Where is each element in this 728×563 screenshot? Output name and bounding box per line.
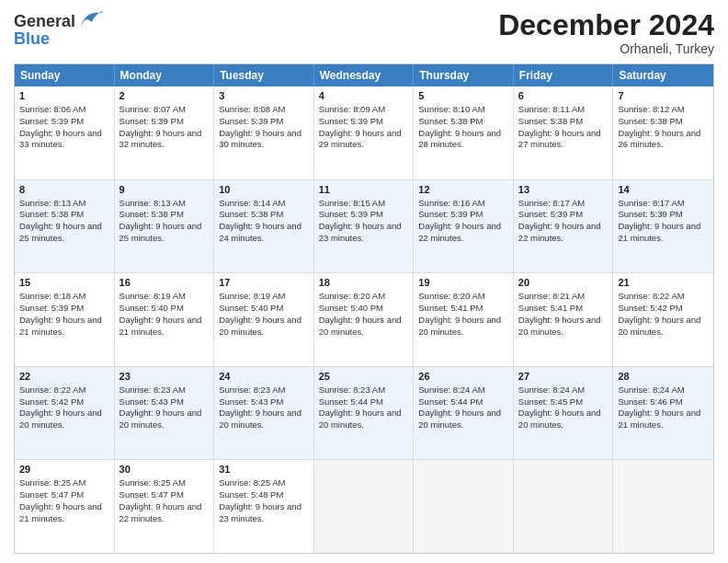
empty-cell xyxy=(314,460,415,553)
sunset-label: Sunset: 5:39 PM xyxy=(119,116,184,126)
day-number: 27 xyxy=(518,370,609,384)
sunrise-label: Sunrise: 8:09 AM xyxy=(319,104,385,114)
day-number: 20 xyxy=(518,276,609,290)
sunset-label: Sunset: 5:41 PM xyxy=(518,303,583,313)
day-number: 12 xyxy=(418,183,508,197)
sunrise-label: Sunrise: 8:07 AM xyxy=(119,104,186,114)
daylight-label: Daylight: 9 hours and 21 minutes. xyxy=(19,501,102,523)
logo-bird-icon xyxy=(77,9,103,29)
sunrise-label: Sunrise: 8:22 AM xyxy=(618,291,684,301)
daylight-label: Daylight: 9 hours and 20 minutes. xyxy=(418,408,501,430)
daylight-label: Daylight: 9 hours and 20 minutes. xyxy=(219,315,301,337)
daylight-label: Daylight: 9 hours and 25 minutes. xyxy=(19,221,102,243)
week-row-3: 15Sunrise: 8:18 AMSunset: 5:39 PMDayligh… xyxy=(15,272,713,366)
sunset-label: Sunset: 5:39 PM xyxy=(219,116,283,126)
day-number: 1 xyxy=(19,89,109,103)
daylight-label: Daylight: 9 hours and 25 minutes. xyxy=(119,221,202,243)
sunrise-label: Sunrise: 8:19 AM xyxy=(119,291,186,301)
sunrise-label: Sunrise: 8:25 AM xyxy=(119,477,186,488)
day-cell-1: 1Sunrise: 8:06 AMSunset: 5:39 PMDaylight… xyxy=(15,86,115,179)
sunset-label: Sunset: 5:40 PM xyxy=(319,303,383,313)
daylight-label: Daylight: 9 hours and 24 minutes. xyxy=(219,221,301,243)
sunset-label: Sunset: 5:39 PM xyxy=(19,303,84,313)
sunrise-label: Sunrise: 8:24 AM xyxy=(518,385,585,395)
sunrise-label: Sunrise: 8:23 AM xyxy=(319,385,385,395)
day-cell-28: 28Sunrise: 8:24 AMSunset: 5:46 PMDayligh… xyxy=(613,367,713,460)
sunset-label: Sunset: 5:39 PM xyxy=(19,116,84,126)
day-cell-24: 24Sunrise: 8:23 AMSunset: 5:43 PMDayligh… xyxy=(214,367,314,460)
sunset-label: Sunset: 5:44 PM xyxy=(319,396,383,407)
sunrise-label: Sunrise: 8:23 AM xyxy=(219,385,285,395)
day-number: 6 xyxy=(518,89,609,103)
sunrise-label: Sunrise: 8:21 AM xyxy=(518,291,585,301)
sunset-label: Sunset: 5:38 PM xyxy=(518,116,583,126)
sunrise-label: Sunrise: 8:13 AM xyxy=(19,198,85,208)
title-block: December 2024 Orhaneli, Turkey xyxy=(498,9,714,56)
daylight-label: Daylight: 9 hours and 32 minutes. xyxy=(119,128,202,150)
day-number: 28 xyxy=(618,370,709,384)
sunset-label: Sunset: 5:42 PM xyxy=(618,303,682,313)
sunrise-label: Sunrise: 8:14 AM xyxy=(219,198,285,208)
sunset-label: Sunset: 5:44 PM xyxy=(418,396,483,407)
sunrise-label: Sunrise: 8:10 AM xyxy=(418,104,484,114)
week-row-1: 1Sunrise: 8:06 AMSunset: 5:39 PMDaylight… xyxy=(15,86,713,179)
day-cell-8: 8Sunrise: 8:13 AMSunset: 5:38 PMDaylight… xyxy=(15,180,115,273)
daylight-label: Daylight: 9 hours and 30 minutes. xyxy=(219,128,301,150)
daylight-label: Daylight: 9 hours and 29 minutes. xyxy=(319,128,402,150)
sunset-label: Sunset: 5:42 PM xyxy=(19,396,84,407)
day-cell-23: 23Sunrise: 8:23 AMSunset: 5:43 PMDayligh… xyxy=(115,367,215,460)
day-cell-16: 16Sunrise: 8:19 AMSunset: 5:40 PMDayligh… xyxy=(115,273,215,366)
day-header-monday: Monday xyxy=(115,64,215,86)
empty-cell xyxy=(514,460,614,553)
sunrise-label: Sunrise: 8:08 AM xyxy=(219,104,285,114)
daylight-label: Daylight: 9 hours and 27 minutes. xyxy=(518,128,601,150)
day-number: 11 xyxy=(319,183,409,197)
empty-cell xyxy=(613,460,713,553)
page: General Blue December 2024 Orhaneli, Tur… xyxy=(0,0,728,563)
day-cell-27: 27Sunrise: 8:24 AMSunset: 5:45 PMDayligh… xyxy=(514,367,614,460)
day-cell-3: 3Sunrise: 8:08 AMSunset: 5:39 PMDaylight… xyxy=(214,86,314,179)
sunrise-label: Sunrise: 8:23 AM xyxy=(119,385,186,395)
day-number: 7 xyxy=(618,89,709,103)
location: Orhaneli, Turkey xyxy=(498,41,714,56)
day-number: 24 xyxy=(219,370,309,384)
day-cell-13: 13Sunrise: 8:17 AMSunset: 5:39 PMDayligh… xyxy=(514,180,614,273)
sunrise-label: Sunrise: 8:24 AM xyxy=(418,385,484,395)
week-row-4: 22Sunrise: 8:22 AMSunset: 5:42 PMDayligh… xyxy=(15,366,713,460)
day-number: 17 xyxy=(219,276,309,290)
day-cell-11: 11Sunrise: 8:15 AMSunset: 5:39 PMDayligh… xyxy=(314,180,415,273)
sunrise-label: Sunrise: 8:20 AM xyxy=(418,291,484,301)
header: General Blue December 2024 Orhaneli, Tur… xyxy=(14,9,714,56)
day-number: 4 xyxy=(319,89,409,103)
daylight-label: Daylight: 9 hours and 28 minutes. xyxy=(418,128,501,150)
calendar-header: SundayMondayTuesdayWednesdayThursdayFrid… xyxy=(15,64,713,86)
day-cell-4: 4Sunrise: 8:09 AMSunset: 5:39 PMDaylight… xyxy=(314,86,415,179)
daylight-label: Daylight: 9 hours and 20 minutes. xyxy=(518,315,601,337)
day-cell-15: 15Sunrise: 8:18 AMSunset: 5:39 PMDayligh… xyxy=(15,273,115,366)
sunrise-label: Sunrise: 8:17 AM xyxy=(518,198,585,208)
day-number: 8 xyxy=(19,183,109,197)
sunrise-label: Sunrise: 8:22 AM xyxy=(19,385,85,395)
day-cell-12: 12Sunrise: 8:16 AMSunset: 5:39 PMDayligh… xyxy=(414,180,514,273)
day-cell-19: 19Sunrise: 8:20 AMSunset: 5:41 PMDayligh… xyxy=(414,273,514,366)
calendar-body: 1Sunrise: 8:06 AMSunset: 5:39 PMDaylight… xyxy=(15,86,713,553)
sunset-label: Sunset: 5:43 PM xyxy=(119,396,184,407)
sunrise-label: Sunrise: 8:19 AM xyxy=(219,291,285,301)
day-cell-2: 2Sunrise: 8:07 AMSunset: 5:39 PMDaylight… xyxy=(115,86,215,179)
sunrise-label: Sunrise: 8:11 AM xyxy=(518,104,585,114)
day-cell-5: 5Sunrise: 8:10 AMSunset: 5:38 PMDaylight… xyxy=(414,86,514,179)
day-header-thursday: Thursday xyxy=(414,64,514,86)
day-cell-22: 22Sunrise: 8:22 AMSunset: 5:42 PMDayligh… xyxy=(15,367,115,460)
sunset-label: Sunset: 5:47 PM xyxy=(119,489,184,500)
sunset-label: Sunset: 5:47 PM xyxy=(19,489,84,500)
sunset-label: Sunset: 5:38 PM xyxy=(19,209,84,219)
day-number: 13 xyxy=(518,183,609,197)
month-title: December 2024 xyxy=(498,9,714,41)
daylight-label: Daylight: 9 hours and 20 minutes. xyxy=(418,315,501,337)
calendar: SundayMondayTuesdayWednesdayThursdayFrid… xyxy=(14,63,714,554)
day-number: 23 xyxy=(119,370,210,384)
daylight-label: Daylight: 9 hours and 20 minutes. xyxy=(518,408,601,430)
day-number: 25 xyxy=(319,370,409,384)
daylight-label: Daylight: 9 hours and 22 minutes. xyxy=(119,501,202,523)
sunrise-label: Sunrise: 8:12 AM xyxy=(618,104,684,114)
